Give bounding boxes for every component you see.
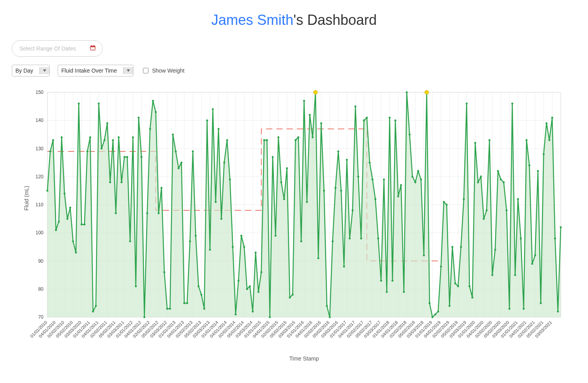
date-range-input[interactable] (19, 45, 90, 52)
metric-value: Fluid Intake Over Time (61, 67, 117, 74)
svg-point-118 (169, 308, 171, 310)
svg-point-226 (477, 181, 479, 183)
svg-point-179 (343, 265, 345, 267)
svg-point-112 (152, 100, 154, 102)
svg-point-98 (112, 139, 114, 141)
svg-point-100 (118, 136, 120, 138)
svg-point-160 (289, 297, 291, 299)
svg-point-126 (192, 150, 194, 152)
svg-point-253 (554, 237, 556, 239)
svg-text:150: 150 (36, 90, 43, 95)
svg-point-178 (340, 190, 342, 192)
svg-point-190 (374, 198, 376, 200)
svg-point-95 (103, 139, 105, 141)
svg-point-174 (329, 316, 331, 318)
date-range-picker[interactable] (12, 40, 103, 57)
svg-point-173 (326, 305, 328, 307)
svg-point-255 (560, 226, 562, 228)
svg-point-247 (537, 170, 539, 172)
svg-point-92 (95, 305, 97, 307)
svg-point-216 (449, 305, 451, 307)
svg-point-202 (409, 133, 411, 135)
svg-point-171 (320, 122, 322, 124)
svg-point-199 (400, 184, 402, 186)
svg-point-90 (89, 136, 91, 138)
svg-point-205 (417, 170, 419, 172)
svg-point-85 (75, 252, 77, 254)
svg-point-96 (106, 122, 108, 124)
svg-point-162 (295, 139, 297, 141)
chevron-down-icon (123, 67, 133, 74)
page-title-suffix: 's Dashboard (293, 12, 377, 28)
svg-point-120 (175, 150, 177, 152)
group-by-select[interactable]: By Day (12, 65, 50, 77)
svg-point-193 (383, 178, 385, 180)
show-weight-toggle[interactable]: Show Weight (141, 67, 184, 75)
svg-point-145 (246, 288, 248, 290)
svg-point-159 (286, 167, 288, 169)
svg-point-121 (178, 167, 180, 169)
svg-point-212 (437, 310, 439, 312)
svg-point-243 (526, 139, 528, 141)
svg-point-229 (486, 209, 488, 211)
svg-point-204 (414, 181, 416, 183)
svg-point-111 (149, 128, 151, 130)
svg-point-246 (534, 254, 536, 256)
svg-point-91 (92, 310, 94, 312)
svg-point-146 (249, 285, 251, 287)
metric-select[interactable]: Fluid Intake Over Time (58, 65, 133, 77)
svg-point-240 (517, 198, 519, 200)
svg-point-217 (451, 246, 453, 248)
show-weight-label: Show Weight (152, 67, 184, 74)
svg-point-81 (64, 192, 66, 194)
svg-point-141 (235, 313, 237, 315)
svg-point-238 (511, 103, 513, 105)
svg-point-157 (280, 181, 282, 183)
svg-point-187 (366, 117, 368, 119)
svg-point-115 (160, 187, 162, 189)
svg-point-138 (226, 139, 228, 141)
svg-point-176 (334, 187, 336, 189)
svg-point-106 (135, 285, 137, 287)
svg-point-135 (218, 128, 220, 130)
svg-point-164 (300, 240, 302, 242)
svg-point-215 (446, 204, 448, 206)
svg-point-117 (166, 308, 168, 310)
svg-point-170 (317, 257, 319, 259)
fluid-intake-chart: Fluid (mL) 708090100110120130140150 01/0… (20, 84, 573, 383)
svg-rect-1 (90, 46, 95, 47)
svg-point-148 (255, 252, 257, 254)
svg-text:90: 90 (38, 258, 44, 264)
svg-point-232 (494, 249, 496, 251)
controls-bar: By Day Fluid Intake Over Time Show Weigh… (12, 40, 576, 77)
svg-point-208 (425, 90, 429, 94)
svg-point-234 (500, 178, 502, 180)
svg-point-244 (528, 164, 530, 166)
svg-point-109 (143, 316, 145, 318)
svg-point-224 (472, 297, 473, 299)
svg-text:110: 110 (36, 202, 43, 207)
svg-point-101 (120, 181, 122, 183)
svg-point-183 (355, 105, 357, 107)
calendar-icon (90, 45, 96, 52)
svg-point-211 (434, 313, 436, 315)
svg-point-132 (209, 249, 211, 251)
svg-point-206 (420, 178, 422, 180)
svg-point-242 (523, 308, 525, 310)
svg-point-165 (303, 100, 305, 102)
svg-point-152 (266, 139, 268, 141)
svg-text:70: 70 (38, 314, 44, 320)
svg-text:80: 80 (38, 286, 44, 292)
svg-point-192 (380, 280, 382, 282)
svg-point-82 (66, 218, 68, 220)
svg-point-123 (183, 302, 185, 304)
svg-point-124 (186, 302, 188, 304)
svg-point-189 (372, 178, 374, 180)
svg-point-214 (443, 201, 445, 203)
svg-point-198 (397, 195, 399, 197)
svg-point-241 (520, 237, 522, 239)
svg-point-156 (278, 136, 280, 138)
svg-point-154 (272, 156, 274, 158)
svg-point-167 (309, 114, 311, 116)
show-weight-checkbox[interactable] (143, 68, 148, 73)
